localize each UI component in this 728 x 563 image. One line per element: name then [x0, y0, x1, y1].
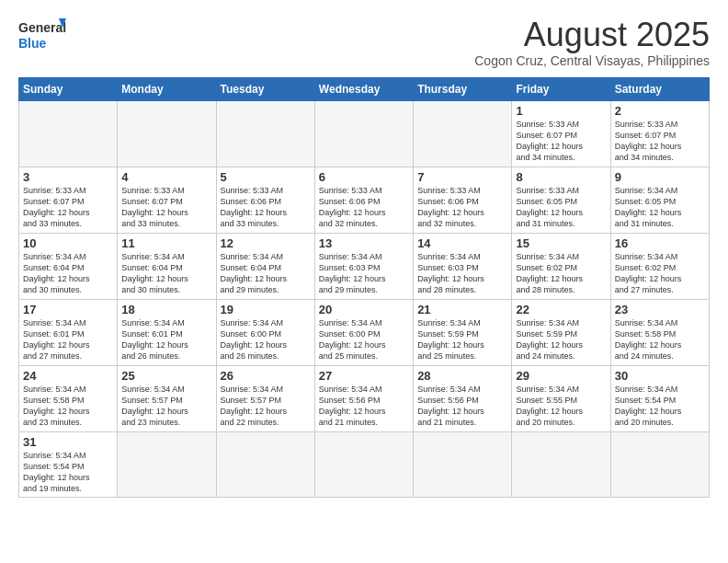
weekday-header-thursday: Thursday [414, 77, 512, 100]
cell-sun-info: Sunrise: 5:34 AMSunset: 6:03 PMDaylight:… [417, 252, 484, 294]
cell-sun-info: Sunrise: 5:34 AMSunset: 5:59 PMDaylight:… [417, 318, 484, 361]
table-cell: 12Sunrise: 5:34 AMSunset: 6:04 PMDayligh… [216, 233, 314, 299]
cell-date-number: 18 [121, 303, 211, 316]
month-title: August 2025 [474, 17, 710, 53]
table-cell: 24Sunrise: 5:34 AMSunset: 5:58 PMDayligh… [19, 365, 118, 431]
cell-sun-info: Sunrise: 5:34 AMSunset: 6:00 PMDaylight:… [319, 318, 386, 361]
cell-sun-info: Sunrise: 5:33 AMSunset: 6:07 PMDaylight:… [516, 120, 583, 162]
table-cell: 6Sunrise: 5:33 AMSunset: 6:06 PMDaylight… [314, 167, 413, 233]
cell-sun-info: Sunrise: 5:34 AMSunset: 6:04 PMDaylight:… [121, 252, 188, 294]
cell-date-number: 30 [615, 369, 705, 383]
table-cell: 19Sunrise: 5:34 AMSunset: 6:00 PMDayligh… [216, 299, 314, 365]
table-cell: 20Sunrise: 5:34 AMSunset: 6:00 PMDayligh… [314, 299, 413, 365]
cell-sun-info: Sunrise: 5:34 AMSunset: 6:02 PMDaylight:… [516, 252, 583, 294]
table-cell [314, 431, 413, 498]
cell-date-number: 3 [23, 170, 113, 184]
weekday-header-row: SundayMondayTuesdayWednesdayThursdayFrid… [19, 77, 710, 100]
table-cell: 11Sunrise: 5:34 AMSunset: 6:04 PMDayligh… [118, 233, 216, 299]
table-cell: 15Sunrise: 5:34 AMSunset: 6:02 PMDayligh… [512, 233, 610, 299]
cell-sun-info: Sunrise: 5:34 AMSunset: 5:54 PMDaylight:… [23, 451, 90, 493]
table-cell: 29Sunrise: 5:34 AMSunset: 5:55 PMDayligh… [512, 365, 610, 431]
title-block: August 2025 Cogon Cruz, Central Visayas,… [474, 17, 710, 68]
cell-date-number: 8 [516, 170, 606, 184]
weekday-header-wednesday: Wednesday [314, 77, 413, 100]
table-cell: 3Sunrise: 5:33 AMSunset: 6:07 PMDaylight… [19, 167, 118, 233]
table-cell: 30Sunrise: 5:34 AMSunset: 5:54 PMDayligh… [610, 365, 709, 431]
cell-date-number: 21 [417, 303, 507, 316]
table-cell: 5Sunrise: 5:33 AMSunset: 6:06 PMDaylight… [216, 167, 314, 233]
cell-date-number: 25 [121, 369, 211, 383]
cell-sun-info: Sunrise: 5:34 AMSunset: 5:56 PMDaylight:… [417, 385, 484, 427]
weekday-header-saturday: Saturday [610, 77, 709, 100]
cell-sun-info: Sunrise: 5:34 AMSunset: 5:59 PMDaylight:… [516, 318, 583, 361]
svg-text:Blue: Blue [18, 36, 47, 51]
cell-date-number: 17 [23, 303, 113, 316]
cell-date-number: 6 [319, 170, 409, 184]
cell-sun-info: Sunrise: 5:34 AMSunset: 6:01 PMDaylight:… [121, 318, 188, 361]
table-cell: 16Sunrise: 5:34 AMSunset: 6:02 PMDayligh… [610, 233, 709, 299]
table-cell: 22Sunrise: 5:34 AMSunset: 5:59 PMDayligh… [512, 299, 610, 365]
cell-sun-info: Sunrise: 5:34 AMSunset: 5:54 PMDaylight:… [615, 385, 682, 427]
cell-sun-info: Sunrise: 5:33 AMSunset: 6:06 PMDaylight:… [221, 186, 288, 228]
cell-date-number: 14 [417, 236, 507, 250]
table-cell: 14Sunrise: 5:34 AMSunset: 6:03 PMDayligh… [414, 233, 512, 299]
cell-date-number: 16 [615, 236, 705, 250]
cell-sun-info: Sunrise: 5:33 AMSunset: 6:07 PMDaylight:… [615, 120, 682, 162]
cell-sun-info: Sunrise: 5:33 AMSunset: 6:07 PMDaylight:… [23, 186, 90, 228]
table-cell: 25Sunrise: 5:34 AMSunset: 5:57 PMDayligh… [118, 365, 216, 431]
cell-sun-info: Sunrise: 5:34 AMSunset: 5:58 PMDaylight:… [615, 318, 682, 361]
cell-date-number: 11 [121, 236, 211, 250]
table-cell [216, 100, 314, 167]
cell-date-number: 27 [319, 369, 409, 383]
table-cell [414, 431, 512, 498]
table-cell: 2Sunrise: 5:33 AMSunset: 6:07 PMDaylight… [610, 100, 709, 167]
cell-sun-info: Sunrise: 5:34 AMSunset: 6:04 PMDaylight:… [23, 252, 90, 294]
page: General Blue August 2025 Cogon Cruz, Cen… [0, 0, 728, 507]
table-cell: 17Sunrise: 5:34 AMSunset: 6:01 PMDayligh… [19, 299, 118, 365]
table-cell: 28Sunrise: 5:34 AMSunset: 5:56 PMDayligh… [414, 365, 512, 431]
cell-date-number: 5 [221, 170, 311, 184]
cell-sun-info: Sunrise: 5:33 AMSunset: 6:06 PMDaylight:… [319, 186, 386, 228]
cell-date-number: 20 [319, 303, 409, 316]
cell-date-number: 24 [23, 369, 113, 383]
table-cell: 27Sunrise: 5:34 AMSunset: 5:56 PMDayligh… [314, 365, 413, 431]
table-cell: 18Sunrise: 5:34 AMSunset: 6:01 PMDayligh… [118, 299, 216, 365]
cell-date-number: 22 [516, 303, 606, 316]
table-cell [610, 431, 709, 498]
location: Cogon Cruz, Central Visayas, Philippines [474, 53, 710, 68]
table-cell [414, 100, 512, 167]
cell-date-number: 13 [319, 236, 409, 250]
cell-sun-info: Sunrise: 5:33 AMSunset: 6:07 PMDaylight:… [121, 186, 188, 228]
cell-sun-info: Sunrise: 5:34 AMSunset: 5:56 PMDaylight:… [319, 385, 386, 427]
cell-date-number: 15 [516, 236, 606, 250]
table-cell: 13Sunrise: 5:34 AMSunset: 6:03 PMDayligh… [314, 233, 413, 299]
table-cell: 21Sunrise: 5:34 AMSunset: 5:59 PMDayligh… [414, 299, 512, 365]
week-row-5: 31Sunrise: 5:34 AMSunset: 5:54 PMDayligh… [19, 431, 710, 498]
week-row-1: 3Sunrise: 5:33 AMSunset: 6:07 PMDaylight… [19, 167, 710, 233]
cell-date-number: 29 [516, 369, 606, 383]
cell-sun-info: Sunrise: 5:33 AMSunset: 6:06 PMDaylight:… [417, 186, 484, 228]
logo-svg: General Blue [18, 17, 66, 55]
cell-sun-info: Sunrise: 5:33 AMSunset: 6:05 PMDaylight:… [516, 186, 583, 228]
cell-sun-info: Sunrise: 5:34 AMSunset: 6:01 PMDaylight:… [23, 318, 90, 361]
table-cell [118, 100, 216, 167]
table-cell: 9Sunrise: 5:34 AMSunset: 6:05 PMDaylight… [610, 167, 709, 233]
cell-date-number: 12 [221, 236, 311, 250]
table-cell: 10Sunrise: 5:34 AMSunset: 6:04 PMDayligh… [19, 233, 118, 299]
table-cell [314, 100, 413, 167]
cell-sun-info: Sunrise: 5:34 AMSunset: 6:00 PMDaylight:… [221, 318, 288, 361]
week-row-0: 1Sunrise: 5:33 AMSunset: 6:07 PMDaylight… [19, 100, 710, 167]
weekday-header-friday: Friday [512, 77, 610, 100]
cell-date-number: 28 [417, 369, 507, 383]
cell-sun-info: Sunrise: 5:34 AMSunset: 6:05 PMDaylight:… [615, 186, 682, 228]
table-cell [216, 431, 314, 498]
cell-date-number: 7 [417, 170, 507, 184]
table-cell: 8Sunrise: 5:33 AMSunset: 6:05 PMDaylight… [512, 167, 610, 233]
logo: General Blue [18, 17, 66, 55]
cell-sun-info: Sunrise: 5:34 AMSunset: 6:03 PMDaylight:… [319, 252, 386, 294]
week-row-2: 10Sunrise: 5:34 AMSunset: 6:04 PMDayligh… [19, 233, 710, 299]
weekday-header-monday: Monday [118, 77, 216, 100]
cell-date-number: 10 [23, 236, 113, 250]
cell-date-number: 23 [615, 303, 705, 316]
table-cell: 23Sunrise: 5:34 AMSunset: 5:58 PMDayligh… [610, 299, 709, 365]
